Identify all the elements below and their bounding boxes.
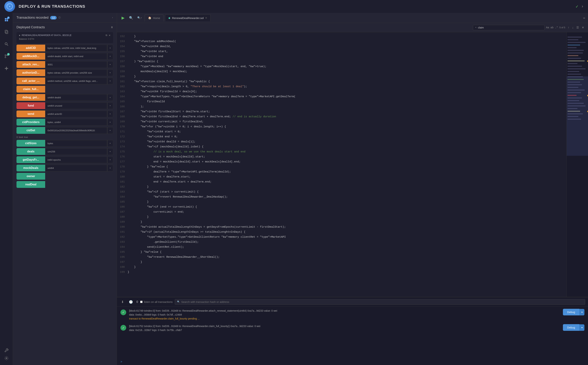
match-case-icon[interactable]: Aa bbox=[546, 26, 549, 29]
tab-file[interactable]: ◆ RenewalDealRewarder.sol ✕ bbox=[165, 14, 211, 21]
func-expand-icon[interactable]: ▾ bbox=[107, 140, 113, 147]
terminal-messages: ✓ [block:61749 txIndex:0] from: 0xE09...… bbox=[117, 307, 588, 359]
terminal-collapse-button[interactable]: ⬇ bbox=[120, 299, 125, 305]
code-line: } bbox=[128, 74, 566, 79]
func-expand-icon[interactable]: ▾ bbox=[107, 148, 113, 155]
func-expand-icon[interactable]: ▾ bbox=[107, 111, 113, 117]
func-button-realdeal[interactable]: realDeal bbox=[16, 181, 45, 188]
func-button-authorized---[interactable]: authorizeD... bbox=[16, 69, 45, 76]
tab-home[interactable]: 🏠 Home bbox=[145, 14, 164, 21]
contract-collapse-icon[interactable]: ▾ bbox=[19, 34, 20, 37]
sidebar-item-debug[interactable] bbox=[2, 64, 10, 72]
func-expand-icon[interactable]: ▾ bbox=[107, 45, 113, 51]
search-result-count: 5 of 5 bbox=[559, 26, 565, 29]
copy-icon[interactable]: ⧉ bbox=[106, 34, 107, 37]
listen-checkbox[interactable] bbox=[140, 301, 143, 303]
func-expand-icon[interactable]: ▾ bbox=[107, 127, 113, 134]
maximize-icon[interactable]: ⇔ bbox=[583, 16, 585, 20]
zoom-in-button[interactable]: 🔍+ bbox=[136, 16, 143, 20]
func-row: getDaysFr...int64 epochs▾ bbox=[16, 156, 113, 163]
func-expand-icon[interactable]: ▾ bbox=[107, 53, 113, 60]
tab-close-icon[interactable]: ✕ bbox=[205, 16, 207, 19]
func-button-debug-get---[interactable]: debug_get... bbox=[16, 94, 45, 101]
func-expand-icon[interactable]: ▾ bbox=[107, 78, 113, 84]
func-row: realDeal bbox=[16, 181, 113, 188]
func-expand-icon[interactable]: ▾ bbox=[107, 102, 113, 109]
func-button-fund[interactable]: fund bbox=[16, 102, 45, 109]
func-param: bytes cidraw, uint256 provider, uint256 … bbox=[45, 70, 107, 76]
func-button-addcid[interactable]: addCID bbox=[16, 45, 45, 51]
search-options-button[interactable]: ☰ bbox=[575, 25, 580, 30]
play-button[interactable]: ▶ bbox=[120, 15, 126, 21]
svg-rect-6 bbox=[7, 20, 8, 21]
func-button-cidproviders[interactable]: cidProviders bbox=[16, 119, 45, 126]
debug-expand-1[interactable]: ▾ bbox=[579, 309, 584, 315]
search-input-wrap: ⌖ bbox=[473, 25, 545, 30]
sidebar-item-settings[interactable] bbox=[2, 354, 10, 362]
func-button-attach-ren---[interactable]: attach_ren... bbox=[16, 61, 45, 68]
checkmark-icon[interactable]: ✓ bbox=[576, 4, 578, 9]
transactions-expand[interactable]: › bbox=[112, 16, 113, 19]
sidebar-item-files[interactable] bbox=[2, 28, 10, 36]
regex-icon[interactable]: .* bbox=[555, 26, 558, 29]
func-expand-icon[interactable]: ▾ bbox=[107, 119, 113, 126]
file-icon: ◆ bbox=[168, 16, 171, 20]
terminal-toolbar: ⬇ 🕐 0 listen on all transactions 🔍 bbox=[117, 297, 588, 307]
func-param: int64 epochs bbox=[45, 156, 107, 163]
chevron-right-icon[interactable]: › bbox=[581, 4, 584, 9]
code-editor[interactable]: 1521531541551561571581591601611621631641… bbox=[117, 32, 566, 297]
sidebar-item-git[interactable]: ✓ bbox=[2, 52, 10, 60]
func-expand-icon[interactable]: ▾ bbox=[107, 156, 113, 163]
func-button-send[interactable]: send bbox=[16, 111, 45, 117]
func-expand-icon[interactable]: ▾ bbox=[107, 165, 113, 171]
func-button-cidsizes[interactable]: cidSizes bbox=[16, 140, 45, 147]
debug-button-2[interactable]: Debug bbox=[563, 324, 579, 331]
sidebar-item-search[interactable] bbox=[2, 40, 10, 48]
code-line: "kw">for ("kw">uint64 i = 0; i < deals.l… bbox=[128, 124, 566, 129]
func-button-getdaysfr---[interactable]: getDaysFr... bbox=[16, 156, 45, 163]
func-param: bytes, uint64 bbox=[45, 119, 107, 126]
svg-point-11 bbox=[5, 55, 6, 56]
func-button-addmockd---[interactable]: addMockD... bbox=[16, 53, 45, 60]
line-number: 162 bbox=[117, 84, 125, 89]
code-line: .getDealClient(firstDealId); bbox=[128, 240, 566, 245]
tx-entry-actions-2: Debug ▾ bbox=[563, 324, 584, 331]
line-number: 198 bbox=[117, 265, 125, 270]
trash-icon[interactable]: 🗑 bbox=[111, 26, 113, 29]
line-number: 152 bbox=[117, 34, 125, 39]
search-input[interactable] bbox=[478, 26, 542, 29]
terminal-search-input[interactable] bbox=[181, 300, 583, 303]
code-minimap-container: 1521531541551561571581591601611621631641… bbox=[117, 32, 588, 297]
svg-rect-31 bbox=[567, 61, 585, 61]
func-button-mockdeals[interactable]: mockDeals bbox=[16, 165, 45, 171]
sidebar-item-deploy[interactable]: ● bbox=[2, 16, 10, 24]
debug-expand-2[interactable]: ▾ bbox=[579, 324, 584, 331]
func-expand-icon[interactable]: ▾ bbox=[107, 61, 113, 68]
search-next-button[interactable]: ↓ bbox=[571, 25, 574, 30]
svg-rect-7 bbox=[5, 30, 7, 33]
search-prev-button[interactable]: ↑ bbox=[567, 25, 570, 30]
func-row: funduint64 unused▾ bbox=[16, 102, 113, 109]
line-number: 181 bbox=[117, 179, 125, 184]
deployed-contracts: Deployed Contracts 🗑 ▾ RENEWALDEALREWARD… bbox=[13, 22, 117, 192]
svg-rect-33 bbox=[567, 66, 582, 67]
contract-close-icon[interactable]: ✕ bbox=[109, 34, 111, 37]
sidebar-bottom bbox=[2, 346, 10, 362]
func-button-deals[interactable]: deals bbox=[16, 148, 45, 155]
func-row: owner bbox=[16, 173, 113, 180]
func-button-owner[interactable]: owner bbox=[16, 173, 45, 180]
func-button-call-actor----[interactable]: call_actor_... bbox=[16, 77, 45, 84]
terminal-clock-button[interactable]: 🕐 bbox=[128, 299, 134, 305]
func-button-cidset[interactable]: cidSet bbox=[16, 127, 45, 134]
func-button-claim-full---[interactable]: claim_full... bbox=[16, 86, 45, 93]
whole-word-icon[interactable]: ab bbox=[551, 26, 554, 29]
line-number: 195 bbox=[117, 250, 125, 255]
line-number: 167 bbox=[117, 109, 125, 114]
sidebar-item-settings2[interactable] bbox=[2, 346, 10, 354]
search-close-button[interactable]: ✕ bbox=[581, 25, 585, 30]
func-expand-icon[interactable]: ▾ bbox=[107, 94, 113, 101]
debug-button-1[interactable]: Debug bbox=[563, 309, 579, 315]
func-expand-icon[interactable]: ▾ bbox=[107, 70, 113, 76]
zoom-out-button[interactable]: 🔍 bbox=[128, 15, 135, 21]
info-icon[interactable]: ⓘ bbox=[58, 16, 61, 19]
